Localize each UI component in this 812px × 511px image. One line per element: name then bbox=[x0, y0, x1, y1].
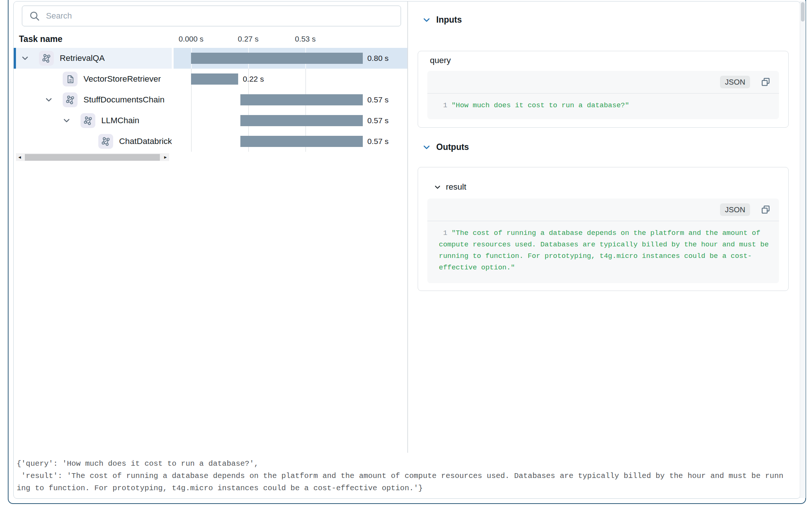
outputs-card: result JSON 1 "The cost of running a dat… bbox=[418, 167, 789, 291]
document-icon bbox=[63, 72, 78, 86]
task-name-cell[interactable]: LLMChain bbox=[14, 110, 172, 131]
duration-label: 0.22 s bbox=[243, 75, 264, 83]
task-name-cell[interactable]: VectorStoreRetriever bbox=[14, 69, 172, 89]
result-code-text: "The cost of running a database depends … bbox=[439, 229, 769, 272]
duration-label: 0.57 s bbox=[367, 137, 388, 146]
horizontal-scrollbar-thumb[interactable] bbox=[25, 154, 160, 161]
outputs-section-label: Outputs bbox=[436, 142, 469, 152]
task-name-cell[interactable]: RetrievalQA bbox=[14, 48, 172, 69]
chain-icon bbox=[80, 113, 95, 128]
chain-icon bbox=[39, 51, 54, 66]
task-row[interactable]: 0.80 s RetrievalQA bbox=[14, 48, 407, 69]
gridline bbox=[191, 110, 192, 131]
code-toolbar: JSON bbox=[427, 71, 779, 94]
chevron-down-icon[interactable] bbox=[21, 55, 29, 62]
task-name-label: VectorStoreRetriever bbox=[83, 74, 161, 84]
duration-label: 0.80 s bbox=[367, 54, 388, 63]
duration-label: 0.57 s bbox=[367, 95, 388, 104]
duration-bar[interactable] bbox=[240, 94, 363, 105]
task-name-column-header: Task name bbox=[19, 34, 62, 44]
code-toolbar: JSON bbox=[427, 199, 779, 221]
task-row[interactable]: 0.57 s ChatDatabricks bbox=[14, 131, 407, 152]
axis-tick-2: 0.53 s bbox=[295, 35, 316, 43]
trace-viewer-widget: Task name 0.000 s 0.27 s 0.53 s 0.80 s R… bbox=[13, 1, 801, 499]
timeline-cell: 0.57 s bbox=[172, 89, 407, 110]
timeline-cell: 0.22 s bbox=[172, 69, 407, 89]
query-code-text: "How much does it cost to run a database… bbox=[451, 101, 629, 109]
gridline bbox=[191, 89, 192, 110]
query-code-block: JSON 1 "How much does it cost to run a d… bbox=[427, 71, 779, 119]
task-name-label: StuffDocumentsChain bbox=[83, 95, 164, 105]
task-row[interactable]: 0.22 s VectorStoreRetriever bbox=[14, 69, 407, 89]
duration-bar[interactable] bbox=[240, 115, 363, 126]
task-name-label: ChatDatabricks bbox=[119, 137, 172, 146]
axis-tick-1: 0.27 s bbox=[238, 35, 259, 43]
chain-icon bbox=[63, 92, 78, 107]
copy-icon[interactable] bbox=[760, 77, 771, 87]
inputs-section-header[interactable]: Inputs bbox=[423, 15, 462, 25]
task-name-cell[interactable]: ChatDatabricks bbox=[14, 131, 172, 152]
duration-bar[interactable] bbox=[191, 53, 363, 64]
inputs-section-label: Inputs bbox=[436, 15, 462, 25]
task-name-label: RetrievalQA bbox=[60, 53, 105, 63]
search-box[interactable] bbox=[22, 6, 401, 26]
duration-bar[interactable] bbox=[191, 73, 238, 85]
timeline-cell: 0.57 s bbox=[172, 110, 407, 131]
duration-bar[interactable] bbox=[240, 136, 363, 147]
task-name-label: LLMChain bbox=[101, 116, 139, 125]
query-field-label: query bbox=[430, 56, 451, 65]
notebook-text-output: {'query': 'How much does it cost to run … bbox=[17, 458, 783, 494]
axis-tick-0: 0.000 s bbox=[178, 35, 203, 43]
horizontal-scrollbar[interactable]: ◂ ▸ bbox=[16, 153, 169, 161]
search-icon bbox=[29, 10, 40, 22]
line-number: 1 bbox=[439, 101, 451, 109]
task-row[interactable]: 0.57 s LLMChain bbox=[14, 110, 407, 131]
line-number: 1 bbox=[439, 229, 451, 237]
json-format-badge[interactable]: JSON bbox=[720, 76, 750, 88]
chain-icon bbox=[98, 134, 113, 149]
chevron-down-icon[interactable] bbox=[423, 16, 431, 24]
duration-label: 0.57 s bbox=[367, 116, 388, 125]
result-code-block: JSON 1 "The cost of running a database d… bbox=[427, 199, 779, 283]
search-input[interactable] bbox=[45, 11, 401, 21]
chevron-down-icon[interactable] bbox=[45, 96, 53, 104]
tree-header: Task name 0.000 s 0.27 s 0.53 s bbox=[14, 30, 407, 48]
timeline-cell: 0.57 s bbox=[172, 131, 407, 152]
copy-icon[interactable] bbox=[760, 204, 771, 215]
result-field-header[interactable]: result bbox=[434, 182, 466, 192]
query-code-content: 1 "How much does it cost to run a databa… bbox=[427, 94, 779, 111]
panel-divider bbox=[407, 1, 408, 453]
outputs-section-header[interactable]: Outputs bbox=[423, 142, 469, 152]
gridline bbox=[191, 131, 192, 152]
selected-row-accent bbox=[14, 48, 16, 69]
result-field-label: result bbox=[446, 182, 466, 192]
scroll-right-arrow-icon[interactable]: ▸ bbox=[162, 153, 169, 161]
inputs-card: query JSON 1 "How much does it cost to r… bbox=[418, 51, 789, 128]
scroll-left-arrow-icon[interactable]: ◂ bbox=[16, 153, 23, 161]
vertical-scrollbar-thumb[interactable] bbox=[801, 2, 805, 22]
task-name-cell[interactable]: StuffDocumentsChain bbox=[14, 89, 172, 110]
task-row[interactable]: 0.57 s StuffDocumentsChain bbox=[14, 89, 407, 110]
vertical-scrollbar[interactable] bbox=[800, 1, 806, 498]
chevron-down-icon[interactable] bbox=[63, 117, 70, 125]
gridline bbox=[305, 69, 306, 89]
json-format-badge[interactable]: JSON bbox=[720, 203, 750, 216]
span-tree: 0.80 s RetrievalQA 0.22 s VectorStoreRet… bbox=[14, 48, 407, 152]
chevron-down-icon[interactable] bbox=[434, 184, 441, 191]
result-code-content: 1 "The cost of running a database depend… bbox=[427, 221, 779, 273]
chevron-down-icon[interactable] bbox=[423, 143, 431, 151]
timeline-cell: 0.80 s bbox=[172, 48, 407, 69]
